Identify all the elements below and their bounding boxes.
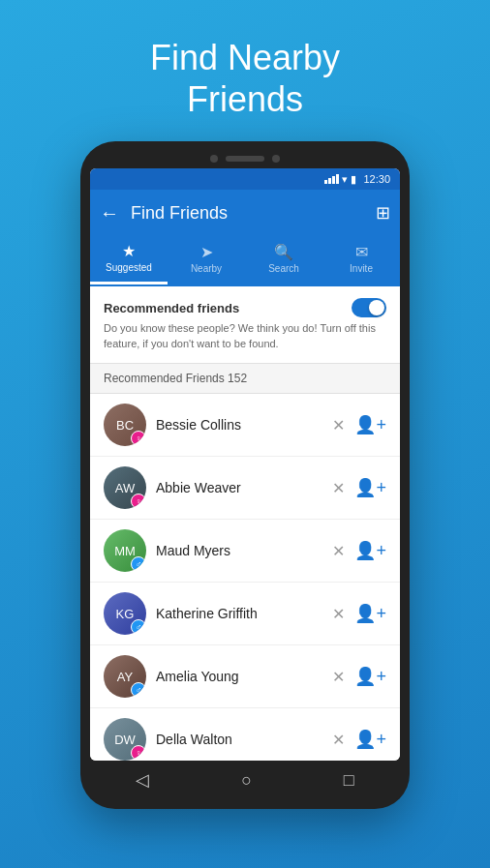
phone-shell: ▾ ▮ 12:30 ← Find Friends ⊞ ★ Suggested ➤… <box>80 141 410 809</box>
page-title: Find Nearby Friends <box>150 37 340 120</box>
tab-suggested-label: Suggested <box>106 262 152 273</box>
rec-title: Recommended friends <box>104 301 239 315</box>
battery-icon: ▮ <box>351 173 356 186</box>
nav-recent-button[interactable]: □ <box>344 770 354 791</box>
tab-search-label: Search <box>268 263 299 274</box>
friend-name: Katherine Griffith <box>156 606 322 621</box>
toggle-switch[interactable] <box>352 298 386 317</box>
status-icons: ▾ ▮ 12:30 <box>324 173 390 186</box>
add-friend-button[interactable]: 👤+ <box>354 540 386 561</box>
avatar: AW ♀ <box>104 466 146 509</box>
avatar: DW ♀ <box>104 718 146 761</box>
screen: ▾ ▮ 12:30 ← Find Friends ⊞ ★ Suggested ➤… <box>90 168 400 761</box>
friend-name: Della Walton <box>156 732 322 747</box>
dismiss-button[interactable]: ✕ <box>332 542 345 560</box>
friend-actions: ✕ 👤+ <box>332 540 386 561</box>
status-bar: ▾ ▮ 12:30 <box>90 168 400 190</box>
nearby-icon: ➤ <box>200 243 213 261</box>
add-friend-button[interactable]: 👤+ <box>354 603 386 624</box>
rec-description: Do you know these people? We think you d… <box>104 321 386 351</box>
friend-item: MM ♂ Maud Myers ✕ 👤+ <box>90 520 400 583</box>
dismiss-button[interactable]: ✕ <box>332 731 345 749</box>
section-header: Recommended Friends 152 <box>90 364 400 394</box>
gender-badge: ♀ <box>131 494 146 509</box>
signal-icon <box>324 174 339 184</box>
app-bar-title: Find Friends <box>131 203 364 224</box>
nav-back-button[interactable]: ◁ <box>136 769 149 791</box>
friend-actions: ✕ 👤+ <box>332 729 386 750</box>
avatar: KG ♂ <box>104 592 146 635</box>
friend-name: Amelia Young <box>156 669 322 684</box>
tab-nearby[interactable]: ➤ Nearby <box>168 236 245 284</box>
gender-badge: ♂ <box>131 556 146 572</box>
phone-speaker <box>226 156 264 162</box>
bottom-nav: ◁ ○ □ <box>90 761 400 799</box>
friend-actions: ✕ 👤+ <box>332 414 386 435</box>
friend-actions: ✕ 👤+ <box>332 477 386 498</box>
tab-invite-label: Invite <box>350 263 373 274</box>
avatar: BC ♀ <box>104 404 146 446</box>
avatar: AY ♂ <box>104 655 146 698</box>
dismiss-button[interactable]: ✕ <box>332 479 345 497</box>
nav-home-button[interactable]: ○ <box>241 770 252 791</box>
content-area: Recommended friends Do you know these pe… <box>90 286 400 761</box>
invite-icon: ✉ <box>355 243 368 261</box>
qr-code-button[interactable]: ⊞ <box>376 202 390 224</box>
phone-top <box>90 155 400 163</box>
tab-nearby-label: Nearby <box>191 263 222 274</box>
recommended-card: Recommended friends Do you know these pe… <box>90 286 400 364</box>
phone-camera-right <box>272 155 280 163</box>
friend-item: DW ♀ Della Walton ✕ 👤+ <box>90 708 400 761</box>
dismiss-button[interactable]: ✕ <box>332 416 345 434</box>
gender-badge: ♂ <box>131 619 146 635</box>
friend-actions: ✕ 👤+ <box>332 666 386 687</box>
phone-camera <box>210 155 218 163</box>
toggle-knob <box>369 300 384 315</box>
search-icon: 🔍 <box>274 243 293 261</box>
gender-badge: ♂ <box>131 682 146 698</box>
tab-search[interactable]: 🔍 Search <box>245 236 322 284</box>
friend-item: AW ♀ Abbie Weaver ✕ 👤+ <box>90 457 400 520</box>
rec-card-header: Recommended friends <box>104 298 386 317</box>
friend-name: Bessie Collins <box>156 417 322 433</box>
tab-bar: ★ Suggested ➤ Nearby 🔍 Search ✉ Invite <box>90 236 400 286</box>
gender-badge: ♀ <box>131 745 146 761</box>
gender-badge: ♀ <box>131 431 146 446</box>
tab-invite[interactable]: ✉ Invite <box>322 236 400 284</box>
add-friend-button[interactable]: 👤+ <box>354 414 386 435</box>
dismiss-button[interactable]: ✕ <box>332 668 345 686</box>
status-time: 12:30 <box>363 173 390 185</box>
avatar: MM ♂ <box>104 529 146 572</box>
suggested-icon: ★ <box>122 242 136 260</box>
dismiss-button[interactable]: ✕ <box>332 605 345 623</box>
friend-name: Abbie Weaver <box>156 480 322 495</box>
friend-item: AY ♂ Amelia Young ✕ 👤+ <box>90 645 400 708</box>
wifi-icon: ▾ <box>342 173 348 186</box>
app-bar: ← Find Friends ⊞ <box>90 190 400 236</box>
friend-item: KG ♂ Katherine Griffith ✕ 👤+ <box>90 583 400 645</box>
friend-name: Maud Myers <box>156 543 322 558</box>
add-friend-button[interactable]: 👤+ <box>354 666 386 687</box>
friend-item: BC ♀ Bessie Collins ✕ 👤+ <box>90 394 400 457</box>
tab-suggested[interactable]: ★ Suggested <box>90 236 168 284</box>
back-button[interactable]: ← <box>100 202 119 224</box>
add-friend-button[interactable]: 👤+ <box>354 729 386 750</box>
add-friend-button[interactable]: 👤+ <box>354 477 386 498</box>
friend-actions: ✕ 👤+ <box>332 603 386 624</box>
